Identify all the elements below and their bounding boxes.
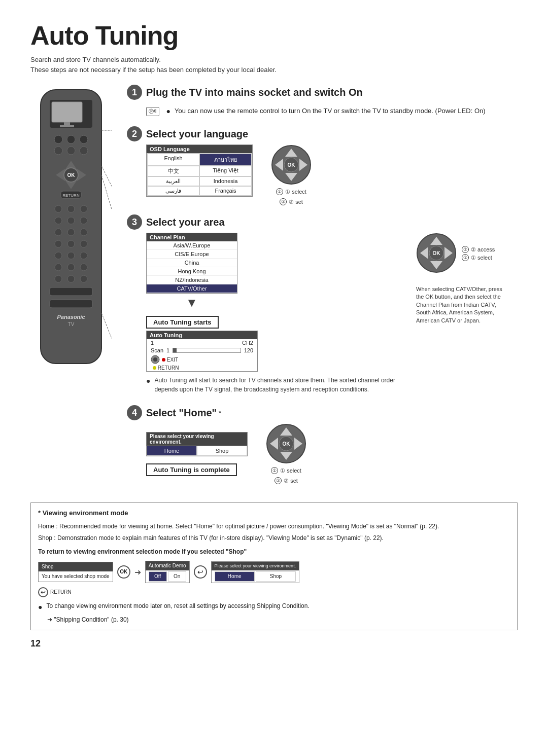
at-icon bbox=[151, 355, 160, 364]
area-hongkong: Hong Kong bbox=[147, 267, 237, 276]
subtitle: Search and store TV channels automatical… bbox=[30, 55, 518, 75]
step3-nav-access: ② ② access bbox=[462, 246, 495, 253]
at-screen-header: Auto Tuning bbox=[147, 331, 257, 339]
step1-title: Plug the TV into mains socket and switch… bbox=[146, 87, 363, 98]
area-catv: CATV/Other bbox=[147, 284, 237, 293]
osd-header: OSD Language bbox=[147, 145, 252, 153]
osd-language-box: OSD Language English ภาษาไทย 中文 Tiếng Vi… bbox=[146, 145, 253, 197]
page-title: Auto Tuning bbox=[30, 20, 518, 51]
svg-point-30 bbox=[67, 240, 75, 247]
step1-bullet: ● You can now use the remote control to … bbox=[166, 107, 486, 115]
home-header: Please select your viewing environment. bbox=[147, 433, 247, 446]
step2-nav-set: ② ② set bbox=[280, 198, 303, 205]
shop-sequence: Shop You have selected shop mode OK ➜ Au… bbox=[38, 561, 510, 583]
svg-point-26 bbox=[55, 229, 62, 236]
auto-tuning-starts-label: Auto Tuning starts bbox=[146, 316, 219, 329]
svg-point-25 bbox=[80, 217, 87, 224]
svg-rect-2 bbox=[52, 102, 82, 122]
step2-block: 2 Select your language OSD Language Engl… bbox=[127, 126, 518, 205]
home-option: Home bbox=[147, 446, 197, 456]
step2-number: 2 bbox=[127, 126, 142, 141]
lang-arabic: العربية bbox=[147, 176, 199, 186]
svg-text:Panasonic: Panasonic bbox=[57, 314, 85, 320]
note-title: * Viewing environment mode bbox=[38, 508, 510, 519]
lang-thai: ภาษาไทย bbox=[199, 154, 252, 166]
step3-nav-select: ① ① select bbox=[462, 254, 495, 261]
shop-desc: Shop : Demonstration mode to explain mai… bbox=[38, 533, 510, 543]
svg-point-28 bbox=[80, 229, 87, 236]
step4-title: Select "Home" bbox=[146, 407, 217, 419]
svg-point-33 bbox=[67, 252, 75, 259]
svg-rect-4 bbox=[64, 122, 70, 125]
area-china: China bbox=[147, 259, 237, 267]
svg-text:OK: OK bbox=[288, 162, 296, 168]
area-nz: NZ/Indonesia bbox=[147, 276, 237, 284]
svg-point-31 bbox=[80, 240, 87, 247]
step4-nav-set: ② ② set bbox=[275, 477, 298, 484]
nav-button-step4: OK bbox=[266, 423, 306, 464]
svg-text:OK: OK bbox=[283, 441, 291, 447]
svg-text:TV: TV bbox=[68, 321, 75, 327]
svg-point-32 bbox=[55, 252, 62, 259]
remote-illustration: OK RETURN bbox=[30, 85, 117, 493]
svg-point-22 bbox=[80, 205, 87, 212]
nav-button-step3: OK bbox=[416, 233, 457, 273]
step1-block: 1 Plug the TV into mains socket and swit… bbox=[127, 85, 518, 117]
ok-button-small: OK bbox=[117, 565, 130, 579]
shop-box2: Automatic Demo Off On bbox=[145, 561, 190, 583]
svg-point-11 bbox=[80, 147, 88, 155]
lang-english: English bbox=[147, 154, 199, 166]
svg-point-9 bbox=[54, 147, 62, 155]
svg-point-34 bbox=[80, 252, 87, 259]
note-box: * Viewing environment mode Home : Recomm… bbox=[30, 502, 518, 630]
svg-point-24 bbox=[67, 217, 75, 224]
svg-rect-5 bbox=[60, 125, 74, 127]
shipping-condition: ➜ "Shipping Condition" (p. 30) bbox=[47, 615, 510, 625]
svg-line-47 bbox=[101, 175, 112, 277]
svg-point-35 bbox=[55, 264, 62, 271]
svg-point-10 bbox=[67, 147, 75, 155]
lang-french: Français bbox=[199, 186, 252, 196]
svg-point-7 bbox=[67, 135, 75, 143]
svg-point-6 bbox=[54, 135, 62, 143]
step4-nav-select: ① ① select bbox=[271, 467, 301, 474]
svg-point-38 bbox=[55, 275, 62, 282]
step4-block: 4 Select "Home" * Please select your vie… bbox=[127, 405, 518, 484]
svg-point-57 bbox=[153, 357, 157, 362]
svg-rect-41 bbox=[50, 287, 92, 296]
shop-box3: Please select your viewing environment. … bbox=[211, 561, 300, 583]
arrow-right-1: ➜ bbox=[134, 566, 141, 579]
svg-point-21 bbox=[67, 205, 75, 212]
channel-plan-box: Channel Plan Asia/W.Europe CIS/E.Europe … bbox=[146, 233, 237, 294]
step3-number: 3 bbox=[127, 214, 142, 230]
home-select-box: Please select your viewing environment. … bbox=[146, 432, 248, 456]
step2-title: Select your language bbox=[146, 128, 248, 140]
area-cis: CIS/E.Europe bbox=[147, 250, 237, 259]
step3-block: 3 Select your area Channel Plan Asia/W.E… bbox=[127, 214, 518, 396]
svg-point-20 bbox=[55, 205, 62, 212]
return-bold: To return to viewing environment selecti… bbox=[38, 547, 510, 557]
svg-point-29 bbox=[55, 240, 62, 247]
shop-option: Shop bbox=[197, 446, 247, 456]
svg-point-27 bbox=[67, 229, 75, 236]
svg-point-36 bbox=[67, 264, 75, 271]
svg-text:OK: OK bbox=[67, 172, 76, 178]
power-button: Ⓟ/I bbox=[146, 107, 159, 116]
svg-point-37 bbox=[80, 264, 87, 271]
home-desc: Home : Recommended mode for viewing at h… bbox=[38, 522, 510, 531]
step3-title: Select your area bbox=[146, 217, 225, 228]
lang-farsi: فارسی bbox=[147, 186, 199, 196]
lang-chinese: 中文 bbox=[147, 166, 199, 176]
step3-bullet: ● Auto Tuning will start to search for T… bbox=[146, 376, 408, 394]
svg-point-8 bbox=[80, 135, 88, 143]
step2-nav-select: ① ① select bbox=[276, 188, 306, 195]
nav-button-step2: OK bbox=[271, 145, 312, 185]
shop-box1: Shop You have selected shop mode bbox=[38, 562, 113, 582]
auto-tuning-screen: Auto Tuning 1 CH2 Scan 1 120 bbox=[146, 331, 258, 372]
catv-note: When selecting CATV/Other, press the OK … bbox=[416, 285, 507, 325]
return-sub: ↩ RETURN bbox=[38, 587, 510, 597]
svg-point-40 bbox=[80, 275, 87, 282]
auto-tuning-complete-label: Auto Tuning is complete bbox=[146, 463, 237, 476]
svg-point-39 bbox=[67, 275, 75, 282]
svg-text:OK: OK bbox=[433, 250, 441, 256]
